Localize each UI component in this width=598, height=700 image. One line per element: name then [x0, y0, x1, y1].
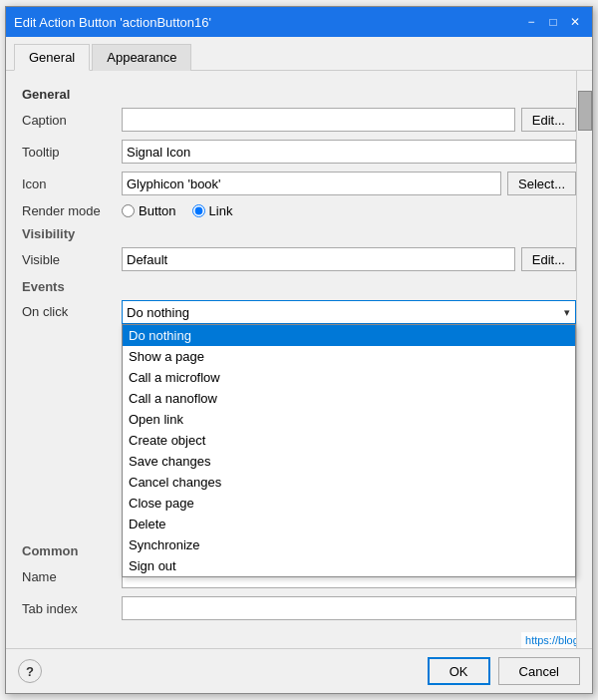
tabs-bar: General Appearance: [6, 37, 592, 71]
icon-select-button[interactable]: Select...: [507, 172, 576, 195]
visible-row: Visible Edit...: [22, 247, 576, 271]
title-bar: Edit Action Button 'actionButton16' − □ …: [6, 7, 592, 37]
tab-index-row: Tab index: [22, 596, 576, 620]
name-label: Name: [22, 569, 122, 584]
tooltip-input[interactable]: [122, 140, 576, 164]
dropdown-item-open-link[interactable]: Open link: [123, 409, 575, 430]
render-mode-group: Button Link: [122, 203, 232, 218]
visible-label: Visible: [22, 252, 122, 267]
on-click-dropdown-wrapper: Do nothing ▾ Do nothing Show a page Call…: [122, 300, 576, 324]
dropdown-arrow-icon: ▾: [564, 306, 570, 319]
tooltip-row: Tooltip: [22, 140, 576, 164]
render-mode-row: Render mode Button Link: [22, 203, 576, 218]
dropdown-item-synchronize[interactable]: Synchronize: [123, 534, 575, 555]
dropdown-item-sign-out[interactable]: Sign out: [123, 555, 575, 576]
dropdown-item-close-page[interactable]: Close page: [123, 493, 575, 514]
icon-label: Icon: [22, 176, 122, 191]
radio-button-input[interactable]: [122, 204, 135, 217]
caption-label: Caption: [22, 113, 122, 128]
radio-link-input[interactable]: [192, 204, 205, 217]
ok-button[interactable]: OK: [428, 657, 490, 685]
tab-appearance[interactable]: Appearance: [92, 44, 191, 71]
title-bar-controls: − □ ✕: [522, 13, 584, 31]
icon-input[interactable]: [122, 172, 501, 195]
tab-index-input[interactable]: [122, 596, 576, 620]
events-section-label: Events: [22, 279, 576, 294]
on-click-label: On click: [22, 304, 122, 319]
scrollbar[interactable]: [576, 71, 592, 648]
main-window: Edit Action Button 'actionButton16' − □ …: [5, 6, 593, 694]
visible-edit-button[interactable]: Edit...: [521, 247, 576, 271]
scrollbar-thumb[interactable]: [578, 91, 592, 131]
dropdown-item-call-microflow[interactable]: Call a microflow: [123, 367, 575, 388]
tab-index-label: Tab index: [22, 601, 122, 616]
tab-general[interactable]: General: [14, 44, 90, 71]
minimize-button[interactable]: −: [522, 13, 540, 31]
on-click-dropdown[interactable]: Do nothing ▾: [122, 300, 576, 324]
visibility-section-label: Visibility: [22, 226, 576, 241]
radio-link-label[interactable]: Link: [192, 203, 233, 218]
dropdown-item-do-nothing[interactable]: Do nothing: [123, 325, 575, 346]
help-button[interactable]: ?: [18, 659, 42, 683]
radio-button-label[interactable]: Button: [122, 203, 176, 218]
window-title: Edit Action Button 'actionButton16': [14, 15, 211, 30]
dropdown-item-save-changes[interactable]: Save changes: [123, 451, 575, 472]
maximize-button[interactable]: □: [544, 13, 562, 31]
caption-input[interactable]: [122, 108, 515, 132]
dropdown-item-cancel-changes[interactable]: Cancel changes: [123, 472, 575, 493]
close-button[interactable]: ✕: [566, 13, 584, 31]
render-mode-label: Render mode: [22, 203, 122, 218]
dropdown-item-create-object[interactable]: Create object: [123, 430, 575, 451]
general-section-label: General: [22, 87, 576, 102]
caption-row: Caption Edit...: [22, 108, 576, 132]
dropdown-item-call-nanoflow[interactable]: Call a nanoflow: [123, 388, 575, 409]
dropdown-item-show-page[interactable]: Show a page: [123, 346, 575, 367]
on-click-selected-value: Do nothing: [127, 305, 189, 320]
on-click-row: On click Do nothing ▾ Do nothing Show a …: [22, 300, 576, 324]
on-click-dropdown-list: Do nothing Show a page Call a microflow …: [122, 324, 576, 577]
content-area: General Caption Edit... Tooltip Icon Sel…: [6, 71, 592, 648]
footer: ? OK Cancel: [6, 648, 592, 693]
caption-edit-button[interactable]: Edit...: [521, 108, 576, 132]
dropdown-item-delete[interactable]: Delete: [123, 514, 575, 534]
visible-input[interactable]: [122, 247, 515, 271]
tooltip-label: Tooltip: [22, 145, 122, 160]
cancel-button[interactable]: Cancel: [498, 657, 580, 685]
icon-row: Icon Select...: [22, 172, 576, 195]
footer-left: ?: [18, 659, 420, 683]
